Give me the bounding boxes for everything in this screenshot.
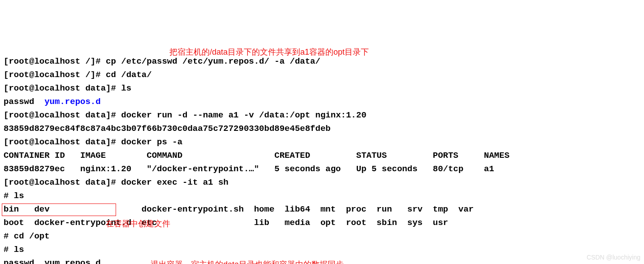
- dir-yum-repos: yum.repos.d: [44, 97, 100, 107]
- prompt: [root@localhost data]#: [4, 137, 121, 147]
- ls-output: passwd yum.repos.d: [4, 258, 101, 264]
- command: cd /data/: [106, 70, 152, 80]
- prompt: [root@localhost data]#: [4, 177, 121, 187]
- terminal-line-11: # ls: [4, 189, 640, 203]
- terminal-line-14: # cd /opt: [4, 229, 640, 243]
- command: docker run -d --name a1 -v /data:/opt ng…: [121, 110, 366, 120]
- prompt: [root@localhost /]#: [4, 56, 106, 66]
- container-cmd: # ls: [4, 191, 24, 201]
- terminal-line-3: [root@localhost data]# ls: [4, 82, 640, 95]
- ps-row: 83859d8279ec nginx:1.20 "/docker-entrypo…: [4, 164, 494, 174]
- annotation-sync: 退出容器，宿主机的data目录也能和容器中的数据同步: [151, 258, 344, 264]
- terminal-line-15: # ls: [4, 243, 640, 256]
- container-hash: 83859d8279ec84f8c87a4bc3b07f66b730c0daa7…: [4, 124, 331, 134]
- prompt: [root@localhost data]#: [4, 83, 121, 93]
- container-cmd: # cd /opt: [4, 231, 50, 241]
- terminal-line-4: passwd yum.repos.d: [4, 95, 640, 108]
- container-cmd: # ls: [4, 245, 24, 255]
- prompt: [root@localhost data]#: [4, 110, 121, 120]
- ps-header: CONTAINER ID IMAGE COMMAND CREATED STATU…: [4, 151, 510, 160]
- terminal-line-6: 83859d8279ec84f8c87a4bc3b07f66b730c0daa7…: [4, 122, 640, 135]
- command: docker exec -it a1 sh: [121, 177, 228, 187]
- file-passwd: passwd: [4, 97, 44, 107]
- prompt: [root@localhost /]#: [4, 70, 106, 80]
- command: ls: [121, 83, 131, 93]
- command: docker ps -a: [121, 137, 182, 147]
- terminal-line-9: 83859d8279ec nginx:1.20 "/docker-entrypo…: [4, 162, 640, 176]
- terminal-line-7: [root@localhost data]# docker ps -a: [4, 135, 640, 149]
- annotation-share-dir: 把宿主机的/data目录下的文件共享到a1容器的opt目录下: [169, 46, 369, 58]
- ls-output: boot docker-entrypoint.d etc lib media o…: [4, 218, 448, 228]
- annotation-create-file: 在容器中创建文件: [106, 217, 170, 230]
- terminal-line-10: [root@localhost data]# docker exec -it a…: [4, 176, 640, 189]
- watermark: CSDN @luochiying: [587, 252, 640, 262]
- terminal-line-8: CONTAINER ID IMAGE COMMAND CREATED STATU…: [4, 149, 640, 162]
- highlight-box-opt-ls: [2, 203, 116, 216]
- terminal-line-2: [root@localhost /]# cd /data/: [4, 68, 640, 82]
- terminal-line-13: boot docker-entrypoint.d etc lib media o…: [4, 216, 640, 229]
- terminal-line-5: [root@localhost data]# docker run -d --n…: [4, 108, 640, 122]
